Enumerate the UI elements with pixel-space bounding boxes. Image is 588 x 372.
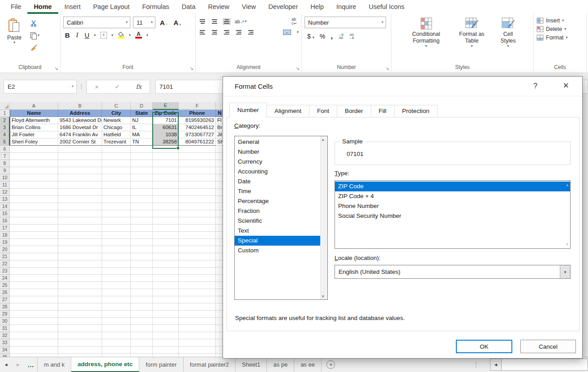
cell-B24[interactable]	[58, 275, 102, 282]
cell-A27[interactable]	[10, 296, 58, 303]
row-header-11[interactable]: 11	[0, 182, 10, 189]
cell-B2[interactable]: 9543 Lakewood Dr	[58, 117, 102, 124]
category-item[interactable]: Fraction	[235, 206, 327, 216]
row-header-30[interactable]: 30	[0, 318, 10, 325]
help-icon[interactable]: ?	[533, 82, 537, 90]
cell-B25[interactable]	[58, 282, 102, 289]
cell-C22[interactable]	[102, 260, 131, 268]
cell-A12[interactable]	[10, 189, 58, 196]
cell-B32[interactable]	[58, 332, 102, 339]
hscroll-left-button[interactable]: ◄	[490, 359, 502, 371]
category-item[interactable]: Accounting	[235, 167, 327, 177]
decrease-indent-button[interactable]	[235, 29, 243, 36]
sheet-tab[interactable]: address, phone etc	[71, 357, 139, 372]
category-item[interactable]: Currency	[235, 157, 327, 167]
cell-D28[interactable]	[131, 303, 153, 311]
font-size-select[interactable]: 11 ▾	[133, 17, 155, 28]
cell-A24[interactable]	[10, 275, 58, 282]
ribbon-tab[interactable]: Review	[202, 1, 236, 14]
cell-F26[interactable]	[179, 289, 216, 296]
cell-C16[interactable]	[102, 217, 131, 225]
row-header-7[interactable]: 7	[0, 153, 10, 160]
cell-B27[interactable]	[58, 296, 102, 303]
category-item[interactable]: General	[235, 137, 327, 147]
row-header-26[interactable]: 26	[0, 289, 10, 296]
dialog-tab[interactable]: Fill	[371, 105, 395, 117]
category-item[interactable]: Number	[235, 147, 327, 157]
chevron-down-icon[interactable]: ▾	[112, 34, 113, 37]
fill-color-button[interactable]	[116, 31, 126, 39]
chevron-down-icon[interactable]: ▾	[146, 34, 148, 37]
cell-F7[interactable]	[179, 153, 216, 160]
cell-F25[interactable]	[179, 282, 216, 289]
sheet-nav-back-icon[interactable]: ◄	[0, 357, 12, 372]
cut-button[interactable]	[30, 19, 39, 28]
increase-indent-button[interactable]	[247, 29, 255, 36]
ribbon-tab[interactable]: Page Layout	[87, 1, 136, 14]
row-header-8[interactable]: 8	[0, 160, 10, 167]
column-header-F[interactable]: F	[179, 102, 216, 110]
dialog-tab[interactable]: Alignment	[267, 105, 309, 117]
sheet-tab[interactable]: m and k	[38, 357, 71, 372]
cell-C31[interactable]	[102, 325, 131, 332]
number-format-select[interactable]: Number ▾	[305, 17, 386, 28]
cell-D25[interactable]	[131, 282, 153, 289]
cell-B8[interactable]	[58, 160, 102, 167]
cell-D7[interactable]	[131, 153, 153, 160]
paste-button[interactable]: Paste ▾	[3, 17, 26, 64]
row-header-16[interactable]: 16	[0, 217, 10, 225]
cell-B3[interactable]: 1686 Dovetail Dr	[58, 124, 102, 131]
type-item[interactable]: Social Security Number	[335, 211, 570, 221]
accounting-format-button[interactable]: $ ▾	[307, 33, 314, 40]
cell-E35[interactable]	[153, 354, 179, 357]
cell-B15[interactable]	[58, 210, 102, 217]
cell-D6[interactable]	[131, 146, 153, 153]
cell-D21[interactable]	[131, 253, 153, 260]
row-header-21[interactable]: 21	[0, 253, 10, 260]
cell-A10[interactable]	[10, 174, 58, 182]
cell-F22[interactable]	[179, 260, 216, 268]
cell-C27[interactable]	[102, 296, 131, 303]
cell-E9[interactable]	[153, 167, 179, 174]
row-header-13[interactable]: 13	[0, 196, 10, 203]
cell-C24[interactable]	[102, 275, 131, 282]
cell-B7[interactable]	[58, 153, 102, 160]
cell-C3[interactable]: Chicago	[102, 124, 131, 131]
cell-E20[interactable]	[153, 246, 179, 253]
cell-D18[interactable]	[131, 232, 153, 239]
row-header-29[interactable]: 29	[0, 311, 10, 318]
cell-F33[interactable]	[179, 339, 216, 346]
cell-A7[interactable]	[10, 153, 58, 160]
cell-F18[interactable]	[179, 232, 216, 239]
cell-E22[interactable]	[153, 260, 179, 268]
column-header-E[interactable]: E	[153, 102, 179, 110]
cell-F9[interactable]	[179, 167, 216, 174]
cell-C11[interactable]	[102, 182, 131, 189]
cell-A5[interactable]: Sheri Foley	[10, 138, 58, 146]
cell-F13[interactable]	[179, 196, 216, 203]
dialog-tab[interactable]: Border	[337, 105, 371, 117]
dialog-launcher-icon[interactable]: ↘	[190, 66, 193, 71]
cell-A13[interactable]	[10, 196, 58, 203]
cell-D15[interactable]	[131, 210, 153, 217]
horizontal-scrollbar[interactable]	[502, 359, 588, 371]
cell-E28[interactable]	[153, 303, 179, 311]
cell-E10[interactable]	[153, 174, 179, 182]
cell-B35[interactable]	[58, 354, 102, 357]
font-name-select[interactable]: Calibri ▾	[63, 17, 130, 28]
cell-F14[interactable]	[179, 203, 216, 210]
cell-B20[interactable]	[58, 246, 102, 253]
format-as-table-button[interactable]: Format as Table ▾	[452, 17, 492, 64]
ribbon-tab[interactable]: Formulas	[136, 1, 175, 14]
row-header-23[interactable]: 23	[0, 268, 10, 275]
cell-D32[interactable]	[131, 332, 153, 339]
cell-F2[interactable]: 8195930263	[179, 117, 216, 124]
row-header-14[interactable]: 14	[0, 203, 10, 210]
cell-D24[interactable]	[131, 275, 153, 282]
cell-D27[interactable]	[131, 296, 153, 303]
select-all-corner[interactable]	[0, 102, 10, 110]
cell-C26[interactable]	[102, 289, 131, 296]
cell-A25[interactable]	[10, 282, 58, 289]
cell-B4[interactable]: 6474 Franklin Av	[58, 131, 102, 138]
row-header-17[interactable]: 17	[0, 225, 10, 232]
